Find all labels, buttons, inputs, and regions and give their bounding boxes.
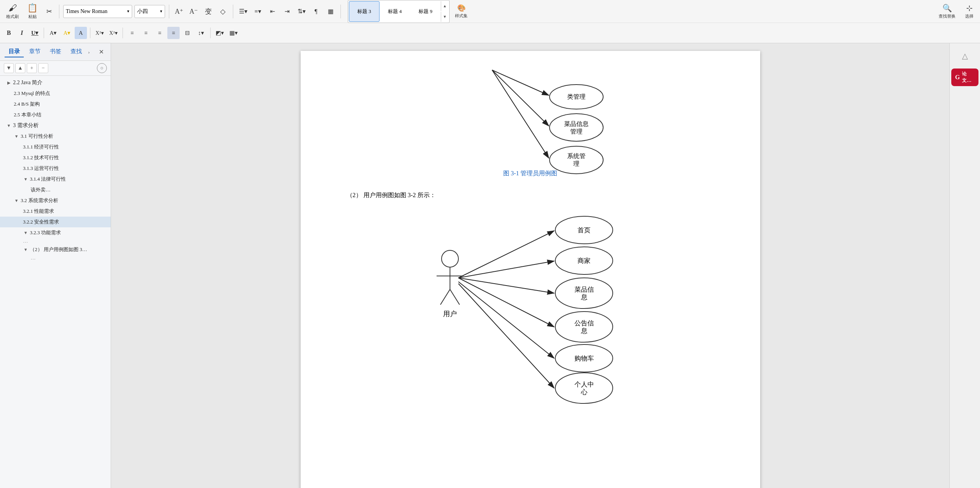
toc-item-feasibility[interactable]: ▼ 3.1 可行性分析 [0, 131, 111, 142]
toc-item-reqanalysis[interactable]: ▼ 3 需求分析 [0, 120, 111, 131]
italic-button[interactable]: I [16, 27, 28, 39]
toc-item-economic[interactable]: 3.1.1 经济可行性 [0, 142, 111, 152]
grammarly-button[interactable]: G 论文… [951, 69, 978, 86]
paste-button[interactable]: 📋 粘贴 [24, 2, 41, 21]
font-size-selector[interactable]: 小四 ▾ [134, 5, 165, 18]
toc-label-func: 3.2.3 功能需求 [30, 229, 61, 236]
change-case-button[interactable]: 变 [202, 5, 214, 18]
clear-format-button[interactable]: ◇ [217, 5, 229, 18]
toc-label-ch2summary: 2.5 本章小结 [14, 111, 41, 118]
increase-indent-button[interactable]: ⇥ [281, 5, 293, 18]
toc-item-mysql[interactable]: 2.3 Mysql 的特点 [0, 88, 111, 99]
separator4 [340, 5, 341, 18]
font-dropdown-arrow: ▾ [127, 9, 129, 14]
toc-label-legal: 3.1.4 法律可行性 [30, 176, 66, 183]
find-replace-button[interactable]: 🔍 查找替换 [936, 2, 959, 21]
highlight-button[interactable]: A▾ [61, 27, 73, 39]
sidebar-tab-find[interactable]: 查找 [67, 46, 86, 57]
align-justify-button[interactable]: ≡ [167, 27, 180, 39]
toc-item-bs[interactable]: 2.4 B/S 架构 [0, 99, 111, 109]
align-center-button[interactable]: ≡ [140, 27, 152, 39]
format-brush-label: 格式刷 [6, 14, 19, 20]
chevron-right-icon: › [88, 49, 90, 55]
format-brush-icon: 🖌 [8, 3, 17, 13]
svg-text:理: 理 [573, 160, 579, 167]
decrease-indent-button[interactable]: ⇤ [266, 5, 278, 18]
select-button[interactable]: ⊹ 选择 [962, 2, 977, 21]
text-color-button[interactable]: A▾ [47, 27, 59, 39]
style-scroll-up-button[interactable]: ▲ [441, 1, 448, 11]
superscript-button[interactable]: X²▾ [93, 27, 106, 39]
svg-line-16 [440, 289, 450, 305]
toc-item-legal-detail[interactable]: 该外卖… [0, 184, 111, 195]
toc-item-technical[interactable]: 3.1.2 技术可行性 [0, 152, 111, 163]
separator6 [90, 28, 90, 38]
font-name-selector[interactable]: Times New Roman ▾ [63, 5, 132, 18]
toc-item-func[interactable]: ▼ 3.2.3 功能需求 [0, 227, 111, 238]
toc-toggle-java: ▶ [6, 80, 11, 85]
columns-button[interactable]: ▦ [324, 5, 337, 18]
admin-use-case-diagram: 类管理 菜品信息 管理 系统管 理 [431, 82, 630, 166]
toc-item-ch2summary[interactable]: 2.5 本章小结 [0, 109, 111, 120]
toc-item-legal[interactable]: ▼ 3.1.4 法律可行性 [0, 174, 111, 184]
toc-label-perf: 3.2.1 性能需求 [23, 208, 54, 215]
svg-text:系统管: 系统管 [567, 153, 586, 159]
svg-point-2 [550, 114, 603, 141]
style-scroll-down-button[interactable]: ▼ [441, 12, 448, 22]
document-area: 类管理 菜品信息 管理 系统管 理 [111, 43, 949, 488]
toc-item-operational[interactable]: 3.1.3 运营可行性 [0, 163, 111, 174]
svg-point-23 [555, 278, 613, 308]
style-item-heading4[interactable]: 标题 4 [380, 1, 410, 22]
toc-item-java[interactable]: ▶ 2.2 Java 简介 [0, 77, 111, 88]
style-set-button[interactable]: 🎨 样式集 [452, 2, 471, 20]
toc-item-usecase2[interactable]: ▼ （2） 用户用例图如图 3… [0, 244, 111, 255]
toc-toggle-usecase2: ▼ [23, 247, 28, 252]
svg-text:息: 息 [580, 327, 587, 335]
font-char-button[interactable]: A [75, 27, 87, 39]
subscript-button[interactable]: X²▾ [107, 27, 119, 39]
section-text: （2） 用户用例图如图 3-2 所示： [347, 189, 714, 201]
underline-button[interactable]: U▾ [29, 27, 41, 39]
show-hide-button[interactable]: ¶ [310, 5, 322, 18]
align-right-button[interactable]: ≡ [154, 27, 166, 39]
scroll-up-button[interactable]: △ [954, 46, 977, 65]
svg-text:息: 息 [580, 294, 587, 301]
sidebar-close-button[interactable]: ✕ [96, 47, 106, 57]
sidebar-tab-chapter[interactable]: 章节 [25, 46, 44, 57]
numbered-list-button[interactable]: ≡▾ [252, 5, 264, 18]
increase-font-button[interactable]: A⁺ [173, 5, 185, 18]
shading-button[interactable]: ◩▾ [214, 27, 226, 39]
bold-button[interactable]: B [3, 27, 15, 39]
svg-line-38 [458, 282, 554, 358]
toc-item-security[interactable]: 3.2.2 安全性需求 [0, 217, 111, 227]
toc-item-sysreq[interactable]: ▼ 3.2 系统需求分析 [0, 195, 111, 206]
expand-button[interactable]: + [27, 63, 37, 73]
collapse-button[interactable]: − [38, 63, 48, 73]
sidebar-tab-bookmark[interactable]: 书签 [46, 46, 65, 57]
style-item-heading9[interactable]: 标题 9 [410, 1, 441, 22]
format-brush-button[interactable]: 🖌 格式刷 [3, 2, 22, 21]
nav-up-button[interactable]: ▲ [15, 63, 25, 73]
line-spacing-button[interactable]: ↕▾ [195, 27, 207, 39]
nav-down-button[interactable]: ▼ [4, 63, 14, 73]
search-icon: 🔍 [942, 3, 952, 13]
style-item-heading3[interactable]: 标题 3 [349, 1, 380, 22]
sidebar-search-button[interactable]: ○ [97, 63, 107, 73]
align-left-button[interactable]: ≡ [126, 27, 138, 39]
svg-line-17 [450, 289, 460, 305]
decrease-font-button[interactable]: A⁻ [188, 5, 200, 18]
toc-item-perf[interactable]: 3.2.1 性能需求 [0, 206, 111, 217]
right-tools: 🔍 查找替换 ⊹ 选择 [936, 2, 977, 21]
bullet-list-button[interactable]: ☰▾ [237, 5, 249, 18]
style-set-icon: 🎨 [457, 4, 466, 12]
align-distributed-button[interactable]: ⊟ [181, 27, 193, 39]
cut-button[interactable]: ✂ [43, 5, 55, 18]
toc-label-legal-detail: 该外卖… [31, 186, 51, 193]
sidebar-tab-toc[interactable]: 目录 [5, 46, 24, 57]
border-button[interactable]: ▦▾ [227, 27, 240, 39]
svg-point-5 [550, 146, 603, 174]
toc-label-java: 2.2 Java 简介 [13, 79, 43, 86]
svg-line-39 [458, 284, 554, 388]
style-set-label: 样式集 [455, 13, 468, 19]
sort-button[interactable]: ⇅▾ [295, 5, 308, 18]
